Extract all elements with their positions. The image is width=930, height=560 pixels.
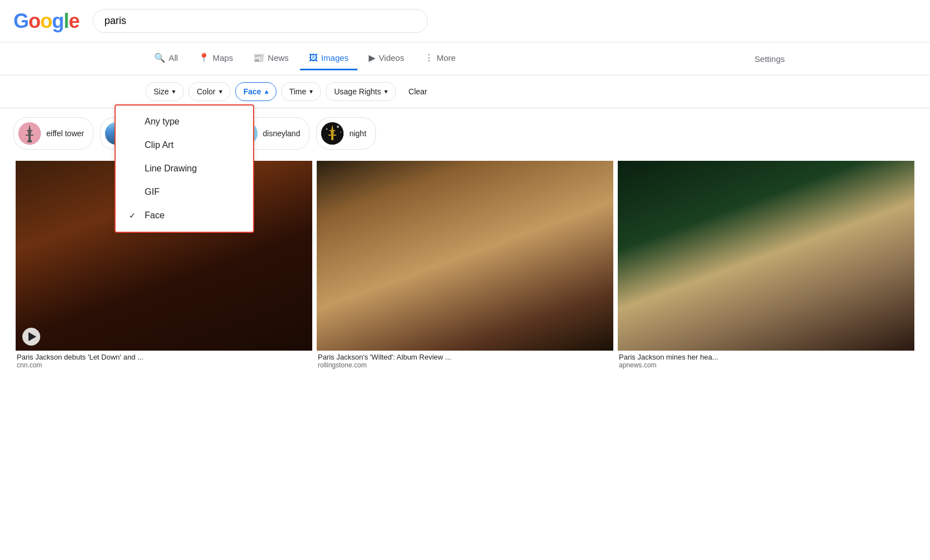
image-caption-1: Paris Jackson debuts 'Let Down' and ... — [16, 353, 312, 361]
chip-eiffel-tower[interactable]: eiffel tower — [13, 117, 93, 150]
tab-news[interactable]: 📰 News — [244, 47, 298, 70]
svg-point-16 — [337, 126, 339, 128]
usage-rights-filter-button[interactable]: Usage Rights ▾ — [326, 82, 396, 101]
checkmark-icon: ✓ — [129, 211, 138, 220]
chip-thumbnail — [321, 122, 344, 145]
image-card-2[interactable]: Paris Jackson's 'Wilted': Album Review .… — [317, 161, 613, 374]
image-source-1: cnn.com — [16, 361, 312, 374]
dropdown-item-clip-art[interactable]: Clip Art — [116, 133, 253, 157]
image-source-3: apnews.com — [618, 361, 914, 374]
svg-point-18 — [340, 132, 341, 133]
check-icon — [129, 141, 138, 150]
videos-icon: ▶ — [369, 52, 375, 63]
dropdown-item-gif[interactable]: GIF — [116, 180, 253, 204]
image-thumbnail-3 — [618, 161, 914, 351]
svg-rect-13 — [331, 133, 333, 140]
chip-night[interactable]: night — [316, 117, 375, 150]
tab-videos[interactable]: ▶ Videos — [360, 47, 413, 70]
image-source-2: rollingstone.com — [317, 361, 613, 374]
tab-all[interactable]: 🔍 All — [145, 47, 187, 70]
image-column-3: Paris Jackson mines her hea... apnews.co… — [616, 159, 917, 376]
chevron-down-icon: ▾ — [384, 88, 388, 95]
search-input[interactable] — [104, 15, 416, 27]
svg-point-17 — [326, 128, 328, 130]
time-filter-button[interactable]: Time ▾ — [281, 82, 322, 101]
check-icon — [129, 117, 138, 126]
chip-thumbnail — [18, 122, 41, 145]
tab-images[interactable]: 🖼 Images — [300, 47, 357, 70]
filter-bar: Size ▾ Color ▾ Face ▴ Any type Clip Art … — [0, 75, 930, 108]
svg-rect-2 — [28, 133, 31, 140]
night-thumbnail-icon — [321, 122, 344, 145]
image-caption-3: Paris Jackson mines her hea... — [618, 353, 914, 361]
settings-link[interactable]: Settings — [755, 54, 785, 64]
chevron-down-icon: ▾ — [309, 88, 313, 95]
chevron-up-icon: ▴ — [265, 88, 268, 95]
face-filter-button[interactable]: Face ▴ — [235, 82, 276, 101]
clear-filter-button[interactable]: Clear — [400, 83, 435, 100]
play-button[interactable] — [22, 328, 40, 346]
eiffel-tower-thumbnail-icon — [18, 122, 41, 145]
image-caption-2: Paris Jackson's 'Wilted': Album Review .… — [317, 353, 613, 361]
chevron-down-icon: ▾ — [172, 88, 175, 95]
tab-more[interactable]: ⋮ More — [416, 47, 465, 70]
svg-rect-4 — [26, 135, 34, 136]
svg-rect-15 — [328, 135, 336, 136]
check-icon — [129, 188, 138, 197]
dropdown-item-any-type[interactable]: Any type — [116, 110, 253, 133]
image-column-2: Paris Jackson's 'Wilted': Album Review .… — [314, 159, 616, 376]
dropdown-item-line-drawing[interactable]: Line Drawing — [116, 157, 253, 180]
svg-rect-3 — [27, 130, 32, 131]
header: Google — [0, 0, 930, 42]
chevron-down-icon: ▾ — [219, 88, 222, 95]
search-bar[interactable] — [93, 9, 428, 33]
nav-tabs: 🔍 All 📍 Maps 📰 News 🖼 Images ▶ Videos ⋮ … — [0, 42, 930, 75]
image-thumbnail-2 — [317, 161, 613, 351]
more-dots-icon: ⋮ — [425, 52, 433, 63]
tab-maps[interactable]: 📍 Maps — [189, 47, 242, 70]
image-card-3[interactable]: Paris Jackson mines her hea... apnews.co… — [618, 161, 914, 374]
news-icon: 📰 — [253, 52, 264, 63]
images-icon: 🖼 — [309, 53, 318, 63]
search-icon: 🔍 — [154, 52, 165, 63]
svg-rect-5 — [27, 140, 32, 142]
svg-rect-14 — [330, 130, 335, 131]
size-filter-button[interactable]: Size ▾ — [145, 82, 184, 101]
dropdown-item-face[interactable]: ✓ Face — [116, 204, 253, 227]
check-icon — [129, 164, 138, 173]
face-dropdown: Any type Clip Art Line Drawing GIF ✓ Fac… — [115, 104, 254, 233]
color-filter-button[interactable]: Color ▾ — [188, 82, 230, 101]
google-logo[interactable]: Google — [13, 9, 79, 33]
play-icon — [28, 332, 36, 341]
maps-icon: 📍 — [198, 52, 209, 63]
